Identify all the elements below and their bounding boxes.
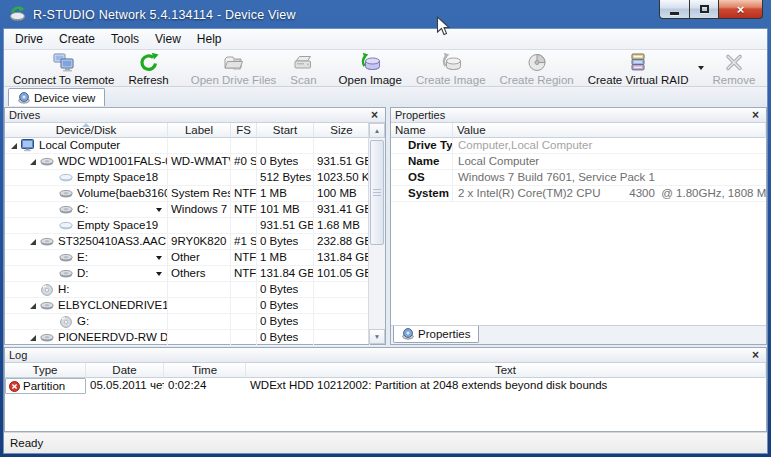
properties-panel-close-icon[interactable]: × [749,109,762,122]
column-header-size[interactable]: Size [314,123,370,138]
column-header-start[interactable]: Start [257,123,314,138]
disk-icon [40,332,54,343]
menu-tools[interactable]: Tools [103,29,147,49]
properties-column-header[interactable]: NameValue [391,123,766,138]
toolbar-button-label: Create Region [500,74,574,86]
drive-row[interactable]: PIONEERDVD-RW DVR-...0 Bytes [5,330,385,346]
drive-row[interactable]: Empty Space19931.51 GB1.68 MB [5,218,385,234]
menu-view[interactable]: View [147,29,189,49]
cell-size: 1023.50 KB [314,170,370,185]
tab-device-view[interactable]: Device view [8,88,105,106]
column-header-fs[interactable]: FS [231,123,257,138]
drive-row[interactable]: E:OtherNTFS1 MB131.84 GB [5,250,385,266]
cell-fs: NTFS [231,202,257,217]
drives-scrollbar[interactable]: ▲ ▼ [368,123,385,344]
create-virtual-raid-dropdown-icon[interactable] [696,51,706,86]
drives-column-header[interactable]: Device/DiskLabelFSStartSize [5,123,385,138]
open-drive-files-button: Open Drive Files [184,51,284,86]
cell-fs: NTFS [231,186,257,201]
expander-expanded-icon[interactable] [26,334,40,342]
column-header-devicedisk[interactable]: Device/Disk [5,123,168,138]
drive-row[interactable]: G:0 Bytes [5,314,385,330]
tab-properties[interactable]: Properties [393,326,479,343]
toolbar-button-label: Remove [713,74,756,86]
titlebar: R-STUDIO Network 5.4.134114 - Device Vie… [0,0,771,29]
column-header-label: FS [236,124,251,136]
properties-column-header-value[interactable]: Value [453,123,766,138]
log-column-header-time[interactable]: Time [164,363,246,378]
property-name: OS [391,170,453,185]
drives-panel-close-icon[interactable]: × [368,109,381,122]
drive-row[interactable]: Empty Space18512 Bytes1023.50 KB [5,170,385,186]
toolbar-button-label: Scan [290,74,316,86]
refresh-button[interactable]: Refresh [121,51,175,86]
properties-column-header-name[interactable]: Name [391,123,453,138]
row-dropdown-icon[interactable] [156,208,162,212]
menu-drive[interactable]: Drive [7,29,51,49]
device-disk-cell: Empty Space19 [5,218,168,233]
minimize-button[interactable] [659,0,689,19]
empty-disk-icon [59,220,73,231]
log-panel-close-icon[interactable]: × [749,349,762,362]
log-panel-title: Log [9,349,27,361]
close-button[interactable]: × [718,0,763,19]
disk-icon [59,268,73,279]
connect-to-remote-button[interactable]: Connect To Remote [6,51,121,86]
log-type-cell[interactable]: Partition [5,378,86,394]
device-name: C: [77,202,89,217]
log-type-label: Partition [23,379,65,394]
expander-expanded-icon[interactable] [7,142,21,150]
toolbar-button-wrap-8: Remove [706,51,763,86]
disk-icon [59,252,73,263]
expander-expanded-icon[interactable] [26,158,40,166]
log-row[interactable]: Partition05.05.2011 четв...0:02:24WDExt … [5,378,766,394]
drive-row[interactable]: D:OthersNTFS131.84 GB101.05 GB [5,266,385,282]
drive-row[interactable]: WDC WD1001FALS-00J...WD-WMATV0...#0 SA..… [5,154,385,170]
open-image-button[interactable]: Open Image [332,51,409,86]
menu-create[interactable]: Create [51,29,103,49]
expander-expanded-icon[interactable] [26,238,40,246]
toolbar-button-label: Create Image [416,74,486,86]
drive-row[interactable]: Volume{baeb3160-...System Reser...NTFS1 … [5,186,385,202]
cell-start: 0 Bytes [257,314,314,329]
properties-tab-icon [402,328,414,340]
menu-help[interactable]: Help [189,29,230,49]
property-name: Name [391,154,453,169]
device-disk-cell: Volume{baeb3160-... [5,186,168,201]
column-header-label: Type [33,364,58,376]
cell-fs [231,314,257,329]
device-disk-cell: Local Computer [5,138,168,153]
cell-start: 1 MB [257,186,314,201]
cell-size: 1.68 MB [314,218,370,233]
drive-row[interactable]: H:0 Bytes [5,282,385,298]
expander-expanded-icon[interactable] [26,302,40,310]
device-disk-cell: WDC WD1001FALS-00J... [5,154,168,169]
property-row: NameLocal Computer [391,154,766,170]
drive-row[interactable]: Local Computer [5,138,385,154]
column-header-label[interactable]: Label [168,123,231,138]
maximize-button[interactable] [689,0,718,19]
scrollbar-thumb[interactable] [370,140,384,245]
app-window: R-STUDIO Network 5.4.134114 - Device Vie… [0,0,771,457]
log-column-header[interactable]: TypeDateTimeText [5,363,766,378]
cell-label: WD-WMATV0... [168,154,231,169]
scroll-down-icon[interactable]: ▼ [369,329,385,344]
drive-row[interactable]: ST3250410AS3.AAC9RY0K820#1 SA...0 Bytes2… [5,234,385,250]
property-value: 2 x Intel(R) Core(TM)2 CPU 4300 @ 1.80GH… [453,186,766,201]
scroll-up-icon[interactable]: ▲ [369,123,385,138]
drive-row[interactable]: C:Windows 7NTFS101 MB931.41 GB [5,202,385,218]
property-row: System2 x Intel(R) Core(TM)2 CPU 4300 @ … [391,186,766,202]
drive-row[interactable]: ELBYCLONEDRIVE1.40 Bytes [5,298,385,314]
device-name: Empty Space18 [77,170,158,185]
create-virtual-raid-button[interactable]: Create Virtual RAID [581,51,696,86]
property-value: Local Computer [453,154,766,169]
toolbar-button-label: Refresh [128,74,168,86]
view-tabstrip: Device view [4,87,767,106]
log-column-header-text[interactable]: Text [246,363,766,378]
create-image-icon [440,52,462,73]
row-dropdown-icon[interactable] [156,256,162,260]
log-column-header-type[interactable]: Type [5,363,86,378]
log-column-header-date[interactable]: Date [86,363,164,378]
cell-size [314,298,370,313]
row-dropdown-icon[interactable] [156,272,162,276]
